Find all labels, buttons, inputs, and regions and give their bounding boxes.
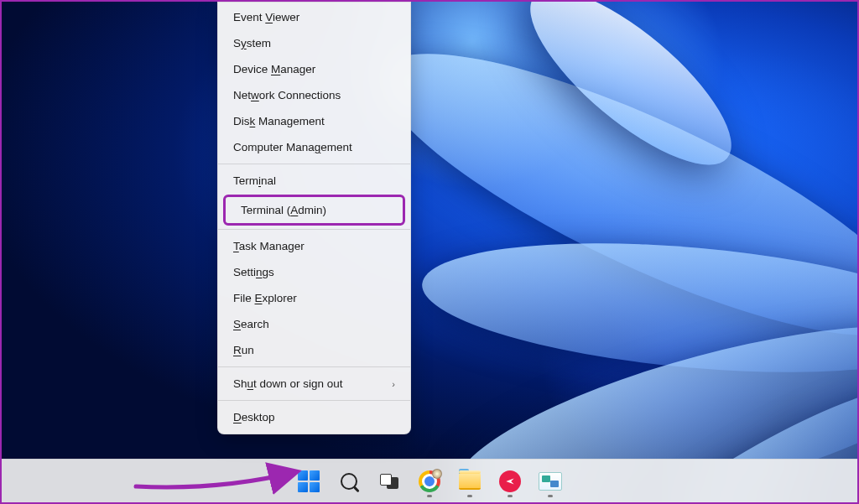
running-indicator <box>467 495 472 497</box>
menu-label: Computer Management <box>233 141 352 153</box>
chrome-icon <box>419 470 440 492</box>
control-panel-app[interactable] <box>533 464 568 499</box>
control-panel-icon <box>539 472 562 491</box>
arrow-annotation <box>128 457 320 496</box>
menu-item-terminal[interactable]: Terminal <box>218 168 410 194</box>
menu-separator <box>218 229 410 230</box>
red-circle-app[interactable] <box>492 464 528 499</box>
menu-item-system[interactable]: System <box>218 30 410 56</box>
menu-separator <box>218 400 410 401</box>
menu-label: Task Manager <box>233 240 305 252</box>
menu-label: Settings <box>233 266 274 278</box>
running-indicator <box>508 495 513 497</box>
menu-item-file-explorer[interactable]: File Explorer <box>218 285 410 311</box>
menu-item-event-viewer[interactable]: Event Viewer <box>218 4 410 30</box>
menu-label: Desktop <box>233 411 275 423</box>
menu-label: Device Manager <box>233 63 315 75</box>
menu-item-settings[interactable]: Settings <box>218 259 410 285</box>
menu-item-terminal-admin[interactable]: Terminal (Admin) <box>226 197 403 223</box>
menu-label: Disk Management <box>233 115 325 127</box>
menu-item-disk-mgmt[interactable]: Disk Management <box>218 108 410 134</box>
file-explorer-app[interactable] <box>452 464 487 499</box>
menu-item-network-conn[interactable]: Network Connections <box>218 82 410 108</box>
menu-item-comp-mgmt[interactable]: Computer Management <box>218 134 410 160</box>
menu-label: Terminal (Admin) <box>241 204 326 216</box>
running-indicator <box>427 495 432 497</box>
menu-item-desktop[interactable]: Desktop <box>218 404 410 430</box>
task-view-icon <box>380 474 398 489</box>
menu-item-shutdown[interactable]: Shut down or sign out› <box>218 371 410 397</box>
winx-power-menu[interactable]: Event ViewerSystemDevice ManagerNetwork … <box>217 2 411 434</box>
menu-separator <box>218 366 410 367</box>
menu-separator <box>218 164 410 164</box>
menu-item-device-manager[interactable]: Device Manager <box>218 56 410 82</box>
chevron-right-icon: › <box>392 379 395 389</box>
menu-label: System <box>233 37 271 49</box>
menu-label: Run <box>233 344 254 356</box>
menu-label: Search <box>233 318 269 330</box>
menu-item-task-manager[interactable]: Task Manager <box>218 233 410 259</box>
menu-label: Terminal <box>233 174 276 187</box>
menu-item-run[interactable]: Run <box>218 337 410 363</box>
desktop-wallpaper <box>2 2 857 502</box>
menu-label: File Explorer <box>233 292 297 304</box>
running-indicator <box>548 495 553 497</box>
menu-item-search[interactable]: Search <box>218 311 410 337</box>
folder-icon <box>459 473 481 490</box>
menu-label: Shut down or sign out <box>233 377 343 390</box>
search-icon <box>341 473 357 490</box>
chrome-app[interactable] <box>412 464 447 499</box>
task-view[interactable] <box>372 464 407 499</box>
menu-label: Event Viewer <box>233 11 299 23</box>
menu-label: Network Connections <box>233 89 341 101</box>
taskbar-search[interactable] <box>331 464 367 499</box>
red-app-icon <box>499 470 521 492</box>
